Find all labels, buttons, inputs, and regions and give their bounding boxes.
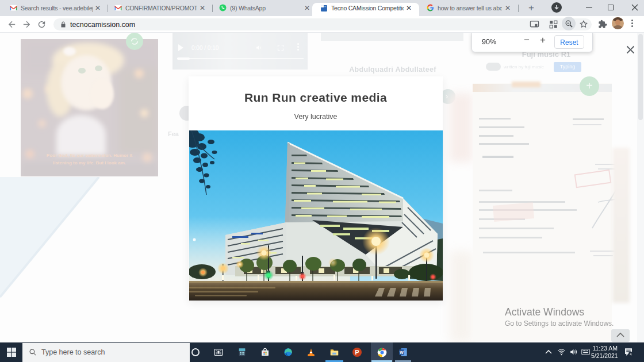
svg-text:W: W [400,351,404,355]
svg-text:4: 4 [630,352,632,356]
